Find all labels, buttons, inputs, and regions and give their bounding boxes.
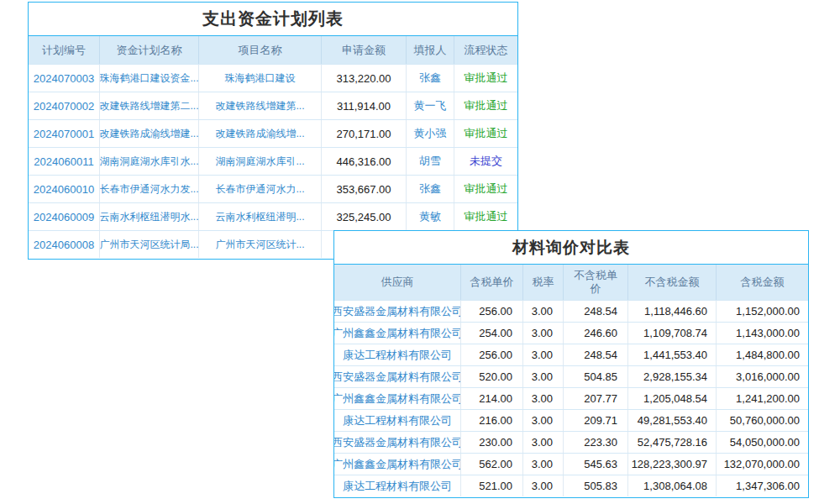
column-header-fund-plan-name: 资金计划名称 xyxy=(100,36,199,64)
column-header-reporter: 填报人 xyxy=(407,36,454,64)
fund-plan-name-cell[interactable]: 珠海鹤港口建设资金... xyxy=(100,65,199,92)
amount-with-tax-cell: 1,152,000.00 xyxy=(717,301,808,322)
table-row[interactable]: 广州鑫鑫金属材料有限公司 214.00 3.00 207.77 1,205,04… xyxy=(334,387,808,409)
project-name-cell[interactable]: 珠海鹤港口建设 xyxy=(199,65,322,92)
unit-price-with-tax-cell: 230.00 xyxy=(461,432,523,453)
apply-amount-cell: 311,914.00 xyxy=(322,92,407,119)
fund-plan-name-cell[interactable]: 改建铁路线增建第二... xyxy=(100,92,199,119)
supplier-cell[interactable]: 广州鑫鑫金属材料有限公司 xyxy=(334,323,461,344)
project-name-cell[interactable]: 湖南洞庭湖水库引... xyxy=(199,148,322,175)
unit-price-no-tax-cell: 246.60 xyxy=(564,323,628,344)
flow-status-cell: 审批通过 xyxy=(454,203,517,230)
apply-amount-cell: 313,220.00 xyxy=(322,65,407,92)
table-row[interactable]: 西安盛器金属材料有限公司 256.00 3.00 248.54 1,118,44… xyxy=(334,300,808,322)
fund-plan-name-cell[interactable]: 云南水利枢纽潜明水... xyxy=(100,203,199,230)
amount-no-tax-cell: 1,441,553.40 xyxy=(628,344,717,365)
amount-with-tax-cell: 50,760,000.00 xyxy=(717,410,808,431)
table-row[interactable]: 2024060010 长春市伊通河水力发... 长春市伊通河水力... 353,… xyxy=(29,175,517,202)
unit-price-no-tax-cell: 209.71 xyxy=(564,410,628,431)
column-header-amount-with-tax: 含税金额 xyxy=(717,265,808,300)
unit-price-no-tax-cell: 504.85 xyxy=(564,366,628,387)
supplier-cell[interactable]: 广州鑫鑫金属材料有限公司 xyxy=(334,388,461,409)
amount-with-tax-cell: 54,050,000.00 xyxy=(717,432,808,453)
column-header-project-name: 项目名称 xyxy=(199,36,322,64)
table-row[interactable]: 广州鑫鑫金属材料有限公司 254.00 3.00 246.60 1,109,70… xyxy=(334,322,808,344)
table-row[interactable]: 西安盛器金属材料有限公司 230.00 3.00 223.30 52,475,7… xyxy=(334,431,808,453)
plan-id-cell[interactable]: 2024060010 xyxy=(29,176,100,202)
column-header-plan-id: 计划编号 xyxy=(29,36,100,64)
fund-plan-name-cell[interactable]: 改建铁路成渝线增建... xyxy=(100,120,199,147)
table-row[interactable]: 2024060009 云南水利枢纽潜明水... 云南水利枢纽潜明... 325,… xyxy=(29,202,517,230)
material-inquiry-table: 材料询价对比表 供应商 含税单价 税率 不含税单价 不含税金额 含税金额 西安盛… xyxy=(333,230,809,498)
flow-status-cell: 未提交 xyxy=(454,148,517,175)
tax-rate-cell: 3.00 xyxy=(523,366,564,387)
plan-id-cell[interactable]: 2024060011 xyxy=(29,148,100,175)
tax-rate-cell: 3.00 xyxy=(523,454,564,475)
unit-price-with-tax-cell: 562.00 xyxy=(461,454,523,475)
reporter-cell: 黄一飞 xyxy=(407,92,454,119)
amount-with-tax-cell: 1,241,200.00 xyxy=(717,388,808,409)
unit-price-with-tax-cell: 256.00 xyxy=(461,301,523,322)
supplier-cell[interactable]: 康达工程材料有限公司 xyxy=(334,410,461,431)
project-name-cell[interactable]: 广州市天河区统计... xyxy=(199,231,322,258)
unit-price-no-tax-cell: 248.54 xyxy=(564,344,628,365)
supplier-cell[interactable]: 西安盛器金属材料有限公司 xyxy=(334,432,461,453)
tax-rate-cell: 3.00 xyxy=(523,388,564,409)
amount-with-tax-cell: 1,484,800.00 xyxy=(717,344,808,365)
column-header-tax-rate: 税率 xyxy=(523,265,564,300)
reporter-cell: 胡雪 xyxy=(407,148,454,175)
amount-with-tax-cell: 1,143,000.00 xyxy=(717,323,808,344)
unit-price-no-tax-cell: 223.30 xyxy=(564,432,628,453)
unit-price-with-tax-cell: 520.00 xyxy=(461,366,523,387)
unit-price-with-tax-cell: 254.00 xyxy=(461,323,523,344)
table-row[interactable]: 2024070002 改建铁路线增建第二... 改建铁路线增建第... 311,… xyxy=(29,92,517,119)
unit-price-no-tax-cell: 207.77 xyxy=(564,388,628,409)
amount-no-tax-cell: 52,475,728.16 xyxy=(628,432,717,453)
table-row[interactable]: 2024070001 改建铁路成渝线增建... 改建铁路成渝线增... 270,… xyxy=(29,119,517,147)
tax-rate-cell: 3.00 xyxy=(523,410,564,431)
plan-id-cell[interactable]: 2024070002 xyxy=(29,92,100,119)
plan-id-cell[interactable]: 2024060009 xyxy=(29,203,100,230)
unit-price-no-tax-cell: 545.63 xyxy=(564,454,628,475)
supplier-cell[interactable]: 康达工程材料有限公司 xyxy=(334,475,461,496)
supplier-cell[interactable]: 西安盛器金属材料有限公司 xyxy=(334,366,461,387)
reporter-cell: 黄小强 xyxy=(407,120,454,147)
amount-with-tax-cell: 132,070,000.00 xyxy=(717,454,808,475)
table-row[interactable]: 西安盛器金属材料有限公司 520.00 3.00 504.85 2,928,15… xyxy=(334,365,808,387)
amount-no-tax-cell: 49,281,553.40 xyxy=(628,410,717,431)
table-row[interactable]: 广州鑫鑫金属材料有限公司 562.00 3.00 545.63 128,223,… xyxy=(334,453,808,475)
table-row[interactable]: 2024070003 珠海鹤港口建设资金... 珠海鹤港口建设 313,220.… xyxy=(29,64,517,92)
table-row[interactable]: 康达工程材料有限公司 256.00 3.00 248.54 1,441,553.… xyxy=(334,344,808,365)
fund-plan-name-cell[interactable]: 长春市伊通河水力发... xyxy=(100,176,199,202)
project-name-cell[interactable]: 长春市伊通河水力... xyxy=(199,176,322,202)
tax-rate-cell: 3.00 xyxy=(523,344,564,365)
fund-plan-name-cell[interactable]: 湖南洞庭湖水库引水... xyxy=(100,148,199,175)
supplier-cell[interactable]: 康达工程材料有限公司 xyxy=(334,344,461,365)
apply-amount-cell: 446,316.00 xyxy=(322,148,407,175)
project-name-cell[interactable]: 改建铁路成渝线增... xyxy=(199,120,322,147)
supplier-cell[interactable]: 西安盛器金属材料有限公司 xyxy=(334,301,461,322)
project-name-cell[interactable]: 改建铁路线增建第... xyxy=(199,92,322,119)
unit-price-with-tax-cell: 216.00 xyxy=(461,410,523,431)
table-row[interactable]: 2024060011 湖南洞庭湖水库引水... 湖南洞庭湖水库引... 446,… xyxy=(29,147,517,175)
table-row[interactable]: 康达工程材料有限公司 216.00 3.00 209.71 49,281,553… xyxy=(334,409,808,431)
column-header-unit-price-with-tax: 含税单价 xyxy=(461,265,523,300)
supplier-cell[interactable]: 广州鑫鑫金属材料有限公司 xyxy=(334,454,461,475)
reporter-cell: 黄敏 xyxy=(407,203,454,230)
amount-with-tax-cell: 1,347,306.00 xyxy=(717,475,808,496)
unit-price-with-tax-cell: 214.00 xyxy=(461,388,523,409)
amount-no-tax-cell: 128,223,300.97 xyxy=(628,454,717,475)
plan-id-cell[interactable]: 2024060008 xyxy=(29,231,100,258)
column-header-flow-status: 流程状态 xyxy=(454,36,517,64)
plan-id-cell[interactable]: 2024070001 xyxy=(29,120,100,147)
tax-rate-cell: 3.00 xyxy=(523,323,564,344)
tax-rate-cell: 3.00 xyxy=(523,301,564,322)
column-header-supplier: 供应商 xyxy=(334,265,461,300)
plan-id-cell[interactable]: 2024070003 xyxy=(29,65,100,92)
tax-rate-cell: 3.00 xyxy=(523,432,564,453)
fund-plan-name-cell[interactable]: 广州市天河区统计局... xyxy=(100,231,199,258)
column-header-unit-price-no-tax: 不含税单价 xyxy=(564,265,628,300)
table-row[interactable]: 康达工程材料有限公司 521.00 3.00 505.83 1,308,064.… xyxy=(334,475,808,496)
expenditure-plan-table-header: 计划编号 资金计划名称 项目名称 申请金额 填报人 流程状态 xyxy=(29,36,517,64)
project-name-cell[interactable]: 云南水利枢纽潜明... xyxy=(199,203,322,230)
